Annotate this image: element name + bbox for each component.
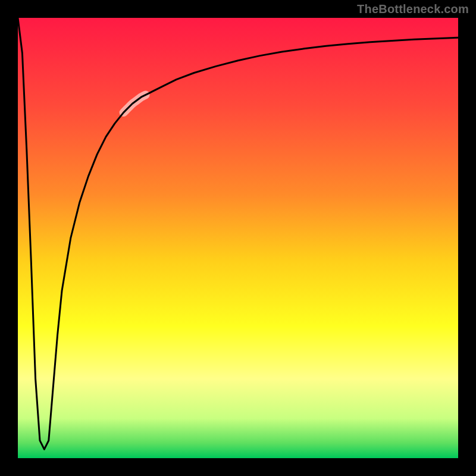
bottleneck-chart: TheBottleneck.com	[0, 0, 476, 476]
chart-gradient-background	[18, 18, 458, 458]
attribution-label: TheBottleneck.com	[357, 2, 469, 16]
chart-canvas	[0, 0, 476, 476]
